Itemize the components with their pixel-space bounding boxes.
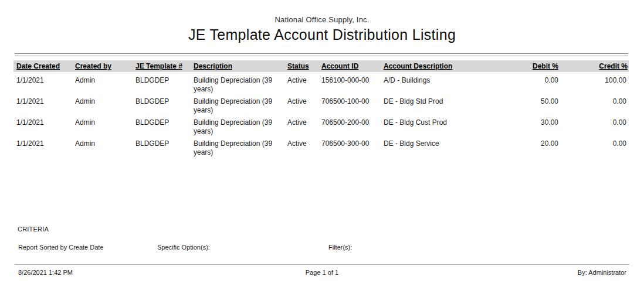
- cell-created-by: Admin: [75, 76, 133, 85]
- cell-je-template: BLDGDEP: [135, 118, 191, 127]
- cell-debit-pct: 50.00: [487, 97, 558, 106]
- cell-debit-pct: 20.00: [487, 139, 558, 148]
- column-header-description: Description: [194, 62, 232, 70]
- cell-debit-pct: 30.00: [487, 118, 558, 127]
- table-row: 1/1/2021 Admin BLDGDEP Building Deprecia…: [0, 117, 644, 138]
- criteria-sort-text: Report Sorted by Create Date: [18, 244, 104, 251]
- column-header-status: Status: [287, 62, 309, 70]
- footer-page-info: Page 1 of 1: [0, 269, 644, 276]
- column-header-created-by: Created by: [75, 62, 111, 70]
- cell-account-description: A/D - Buildings: [384, 76, 486, 85]
- cell-status: Active: [287, 118, 320, 127]
- cell-status: Active: [287, 97, 320, 106]
- column-header-date-created: Date Created: [16, 62, 60, 70]
- criteria-options-label: Specific Option(s):: [157, 244, 210, 251]
- table-header-row: Date Created Created by JE Template # De…: [13, 60, 629, 72]
- column-header-debit-pct: Debit %: [487, 62, 558, 70]
- cell-account-description: DE - Bldg Std Prod: [384, 97, 486, 106]
- cell-je-template: BLDGDEP: [135, 76, 191, 85]
- cell-created-by: Admin: [75, 118, 133, 127]
- company-name: National Office Supply, Inc.: [0, 15, 644, 24]
- cell-created-by: Admin: [75, 97, 133, 106]
- criteria-heading: CRITERIA: [18, 226, 49, 233]
- column-header-account-description: Account Description: [384, 62, 452, 70]
- cell-account-description: DE - Bldg Service: [384, 139, 486, 148]
- cell-description: Building Depreciation (39 years): [194, 76, 286, 94]
- account-id-link[interactable]: 156100-000-00: [321, 76, 382, 85]
- footer-run-by: By: Administrator: [578, 269, 626, 276]
- table-row: 1/1/2021 Admin BLDGDEP Building Deprecia…: [0, 95, 644, 117]
- criteria-filters-label: Filter(s):: [328, 244, 352, 251]
- cell-debit-pct: 0.00: [487, 76, 558, 85]
- cell-description: Building Depreciation (39 years): [194, 118, 286, 136]
- account-id-link[interactable]: 706500-100-00: [321, 97, 382, 106]
- cell-created-by: Admin: [75, 139, 133, 148]
- cell-description: Building Depreciation (39 years): [194, 97, 286, 115]
- cell-credit-pct: 100.00: [556, 76, 626, 85]
- cell-credit-pct: 0.00: [556, 139, 626, 148]
- account-id-link[interactable]: 706500-200-00: [321, 118, 382, 127]
- report-page: National Office Supply, Inc. JE Template…: [0, 0, 644, 307]
- cell-date-created: 1/1/2021: [16, 76, 73, 85]
- cell-status: Active: [287, 139, 320, 148]
- column-header-je-template: JE Template #: [135, 62, 182, 70]
- column-header-account-id: Account ID: [321, 62, 358, 70]
- table-row: 1/1/2021 Admin BLDGDEP Building Deprecia…: [0, 138, 644, 159]
- cell-account-description: DE - Bldg Cust Prod: [384, 118, 486, 127]
- header-divider: [15, 53, 628, 56]
- cell-credit-pct: 0.00: [556, 118, 626, 127]
- report-title: JE Template Account Distribution Listing: [0, 26, 644, 43]
- cell-date-created: 1/1/2021: [16, 97, 73, 106]
- cell-status: Active: [287, 76, 320, 85]
- table-row: 1/1/2021 Admin BLDGDEP Building Deprecia…: [0, 74, 644, 95]
- cell-date-created: 1/1/2021: [16, 118, 73, 127]
- cell-je-template: BLDGDEP: [135, 139, 191, 148]
- cell-date-created: 1/1/2021: [16, 139, 73, 148]
- column-header-credit-pct: Credit %: [556, 62, 628, 70]
- cell-credit-pct: 0.00: [556, 97, 626, 106]
- cell-je-template: BLDGDEP: [135, 97, 191, 106]
- cell-description: Building Depreciation (39 years): [194, 139, 286, 157]
- table-body: 1/1/2021 Admin BLDGDEP Building Deprecia…: [0, 74, 644, 159]
- account-id-link[interactable]: 706500-300-00: [321, 139, 382, 148]
- footer-divider: [15, 264, 629, 265]
